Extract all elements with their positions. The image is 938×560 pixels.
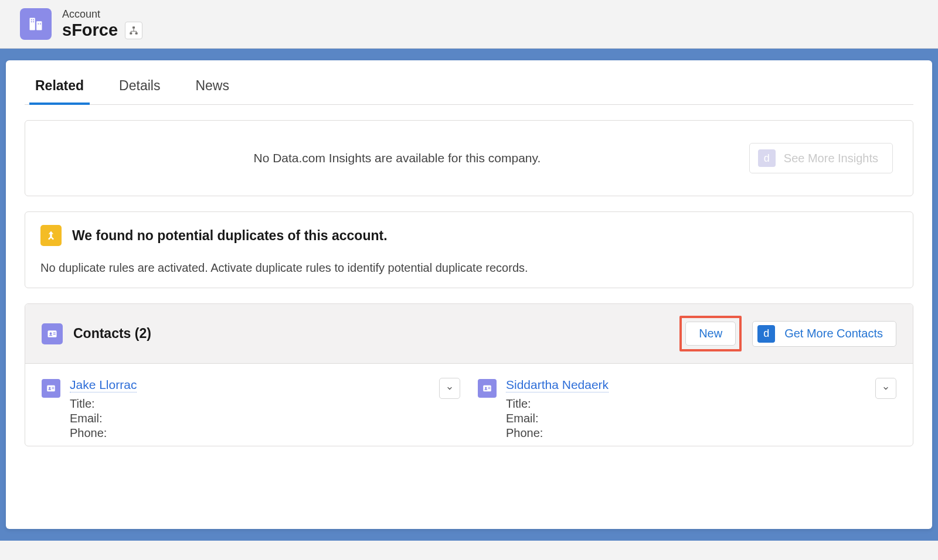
svg-point-16 bbox=[49, 387, 50, 389]
contact-icon bbox=[42, 379, 60, 398]
svg-rect-4 bbox=[31, 21, 32, 22]
new-button-highlight: New bbox=[679, 316, 742, 351]
tab-details[interactable]: Details bbox=[119, 78, 160, 104]
chevron-down-icon bbox=[446, 385, 453, 392]
contact-title-field: Title: bbox=[70, 397, 460, 411]
tab-news[interactable]: News bbox=[195, 78, 229, 104]
svg-rect-17 bbox=[52, 387, 55, 388]
svg-rect-1 bbox=[36, 21, 42, 30]
contact-icon bbox=[42, 323, 63, 344]
contact-name-link[interactable]: Jake Llorrac bbox=[70, 378, 137, 392]
svg-rect-6 bbox=[38, 23, 39, 25]
svg-rect-10 bbox=[135, 32, 138, 34]
contacts-panel: Contacts (2) New d Get More Contacts bbox=[25, 303, 913, 446]
svg-rect-0 bbox=[30, 18, 35, 30]
account-icon bbox=[20, 8, 52, 40]
contact-phone-field: Phone: bbox=[506, 426, 896, 440]
contact-icon bbox=[478, 379, 497, 398]
get-more-contacts-label: Get More Contacts bbox=[784, 327, 883, 340]
svg-rect-2 bbox=[31, 19, 32, 21]
svg-rect-3 bbox=[33, 19, 34, 21]
contact-phone-field: Phone: bbox=[70, 426, 460, 440]
contact-card: Siddartha Nedaerk Title: Email: Phone: bbox=[478, 378, 896, 440]
contacts-body: Jake Llorrac Title: Email: Phone: bbox=[25, 364, 913, 446]
see-more-insights-label: See More Insights bbox=[784, 152, 878, 165]
hierarchy-button[interactable] bbox=[125, 22, 142, 39]
datacom-icon: d bbox=[758, 149, 776, 167]
svg-rect-7 bbox=[40, 23, 41, 25]
svg-rect-13 bbox=[53, 332, 56, 333]
svg-rect-8 bbox=[132, 26, 135, 28]
duplicates-header: We found no potential duplicates of this… bbox=[40, 225, 898, 246]
contact-title-field: Title: bbox=[506, 397, 896, 411]
svg-rect-22 bbox=[488, 388, 491, 389]
svg-rect-5 bbox=[33, 21, 34, 22]
new-contact-label: New bbox=[699, 327, 722, 340]
duplicates-panel: We found no potential duplicates of this… bbox=[25, 211, 913, 288]
svg-rect-14 bbox=[53, 334, 56, 334]
contact-name-link[interactable]: Siddartha Nedaerk bbox=[506, 378, 609, 392]
svg-point-12 bbox=[50, 332, 52, 334]
datacom-icon: d bbox=[757, 325, 775, 343]
main-card: Related Details News No Data.com Insight… bbox=[6, 60, 932, 529]
duplicates-description: No duplicate rules are activated. Activa… bbox=[40, 261, 898, 275]
merge-icon bbox=[40, 225, 62, 246]
see-more-insights-button[interactable]: d See More Insights bbox=[749, 143, 893, 173]
new-contact-button[interactable]: New bbox=[685, 322, 736, 346]
hierarchy-icon bbox=[129, 26, 138, 35]
tab-related[interactable]: Related bbox=[35, 78, 84, 104]
svg-rect-9 bbox=[130, 32, 132, 34]
entity-type-label: Account bbox=[62, 8, 142, 21]
chevron-down-icon bbox=[882, 385, 889, 392]
insights-panel: No Data.com Insights are available for t… bbox=[25, 120, 913, 196]
contact-email-field: Email: bbox=[506, 412, 896, 425]
svg-rect-18 bbox=[52, 388, 55, 389]
svg-point-20 bbox=[485, 387, 487, 389]
contacts-header: Contacts (2) New d Get More Contacts bbox=[25, 304, 913, 364]
insights-empty-text: No Data.com Insights are available for t… bbox=[45, 151, 749, 165]
content-band: Related Details News No Data.com Insight… bbox=[0, 49, 938, 541]
header-text: Account sForce bbox=[62, 8, 142, 40]
contact-email-field: Email: bbox=[70, 412, 460, 425]
tab-bar: Related Details News bbox=[25, 60, 913, 105]
contact-row-menu[interactable] bbox=[439, 378, 460, 399]
contact-card: Jake Llorrac Title: Email: Phone: bbox=[42, 378, 460, 440]
contact-row-menu[interactable] bbox=[875, 378, 896, 399]
entity-name: sForce bbox=[62, 21, 118, 40]
svg-rect-21 bbox=[488, 387, 491, 388]
contacts-actions: New d Get More Contacts bbox=[679, 316, 896, 351]
duplicates-title: We found no potential duplicates of this… bbox=[72, 228, 388, 244]
record-header: Account sForce bbox=[0, 0, 938, 49]
contacts-title: Contacts (2) bbox=[73, 326, 151, 342]
get-more-contacts-button[interactable]: d Get More Contacts bbox=[752, 321, 896, 347]
